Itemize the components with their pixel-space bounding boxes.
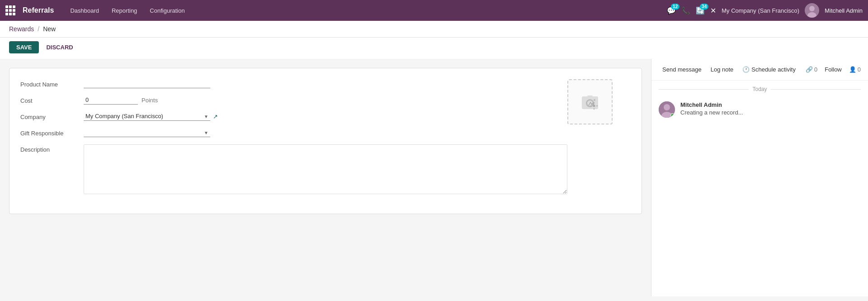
save-button[interactable]: SAVE [9, 41, 39, 53]
form-card: Product Name Cost Points [9, 68, 642, 214]
company-select-wrapper: My Company (San Francisco) ▼ [84, 112, 210, 121]
company-field: My Company (San Francisco) ▼ ↗ [84, 112, 567, 121]
cost-row: Cost Points [20, 96, 567, 105]
breadcrumb-parent[interactable]: Rewards [9, 25, 34, 33]
gift-responsible-select-wrapper: ▼ [84, 128, 210, 137]
gift-responsible-select[interactable] [84, 128, 210, 137]
like-count-area: 🔗 0 [806, 66, 817, 73]
today-divider: Today [651, 81, 868, 98]
message-content: Mitchell Admin Creating a new record... [680, 101, 861, 116]
breadcrumb: Rewards / New [0, 21, 868, 38]
message-avatar [659, 101, 675, 118]
like-icon: 🔗 [806, 66, 813, 73]
svg-point-1 [809, 6, 815, 11]
breadcrumb-separator: / [38, 25, 39, 33]
svg-rect-6 [587, 96, 593, 98]
main-layout: Product Name Cost Points [0, 59, 868, 296]
send-message-button[interactable]: Send message [659, 64, 705, 75]
photo-area [567, 79, 631, 203]
product-name-field [84, 79, 567, 88]
description-field [84, 144, 567, 196]
chatter-message: Mitchell Admin Creating a new record... [651, 98, 868, 121]
clock-icon: 🕐 [742, 66, 750, 73]
navbar: Referrals Dashboard Reporting Configurat… [0, 0, 868, 21]
chat-icon-btn[interactable]: 💬 12 [667, 6, 676, 15]
close-icon: ✕ [710, 6, 716, 15]
company-select[interactable]: My Company (San Francisco) [84, 112, 210, 121]
photo-upload[interactable] [567, 79, 613, 124]
like-count: 0 [814, 66, 817, 73]
cost-unit-label: Points [142, 97, 158, 104]
company-label: Company [20, 112, 84, 120]
nav-configuration[interactable]: Configuration [144, 5, 190, 16]
chatter: Send message Log note 🕐 Schedule activit… [651, 59, 868, 296]
nav-dashboard[interactable]: Dashboard [65, 5, 104, 16]
message-text: Creating a new record... [680, 109, 861, 116]
user-name[interactable]: Mitchell Admin [825, 7, 863, 14]
today-label: Today [752, 86, 767, 92]
follower-count-area: 👤 0 [849, 66, 861, 73]
form-area: Product Name Cost Points [0, 59, 651, 296]
app-name: Referrals [23, 6, 54, 14]
close-icon-btn[interactable]: ✕ [710, 6, 716, 15]
phone-icon: 📞 [681, 6, 690, 15]
schedule-activity-button[interactable]: 🕐 Schedule activity [739, 64, 799, 75]
follow-button[interactable]: Follow [821, 64, 845, 75]
gift-responsible-row: Gift Responsible ▼ [20, 128, 567, 137]
svg-point-10 [664, 104, 670, 110]
follower-count: 0 [858, 66, 861, 73]
nav-reporting[interactable]: Reporting [106, 5, 142, 16]
company-name: My Company (San Francisco) [722, 7, 799, 14]
cost-field: Points [84, 96, 567, 105]
description-row: Description [20, 144, 567, 196]
user-avatar[interactable] [805, 3, 819, 18]
discard-button[interactable]: DISCARD [42, 41, 76, 53]
phone-icon-btn[interactable]: 📞 [681, 6, 690, 15]
description-label: Description [20, 144, 84, 153]
online-indicator [670, 113, 675, 117]
person-icon: 👤 [849, 66, 856, 73]
navbar-menu: Dashboard Reporting Configuration [65, 5, 660, 16]
chat-badge: 12 [671, 4, 679, 10]
cost-label: Cost [20, 96, 84, 104]
top-bar: Rewards / New SAVE DISCARD [0, 21, 868, 59]
gift-responsible-field: ▼ [84, 128, 567, 137]
svg-point-7 [594, 99, 595, 101]
form-fields: Product Name Cost Points [20, 79, 567, 203]
cost-input[interactable] [84, 96, 138, 105]
description-textarea[interactable] [84, 144, 567, 194]
navbar-right: 💬 12 📞 🔄 34 ✕ My Company (San Francisco)… [667, 3, 863, 18]
log-note-button[interactable]: Log note [707, 64, 737, 75]
company-row: Company My Company (San Francisco) ▼ ↗ [20, 112, 567, 121]
activity-badge: 34 [700, 4, 708, 10]
grid-menu-icon[interactable] [5, 5, 15, 15]
message-author: Mitchell Admin [680, 101, 861, 108]
action-bar: SAVE DISCARD [0, 38, 868, 59]
company-external-link-icon[interactable]: ↗ [213, 113, 218, 120]
product-name-input[interactable] [84, 79, 210, 88]
breadcrumb-current: New [43, 25, 56, 33]
activity-icon-btn[interactable]: 🔄 34 [696, 6, 705, 15]
product-name-row: Product Name [20, 79, 567, 88]
gift-responsible-label: Gift Responsible [20, 128, 84, 137]
chatter-follow-area: 🔗 0 Follow 👤 0 [806, 64, 861, 75]
product-name-label: Product Name [20, 79, 84, 88]
svg-point-8 [593, 105, 595, 107]
chatter-actions: Send message Log note 🕐 Schedule activit… [651, 59, 868, 81]
